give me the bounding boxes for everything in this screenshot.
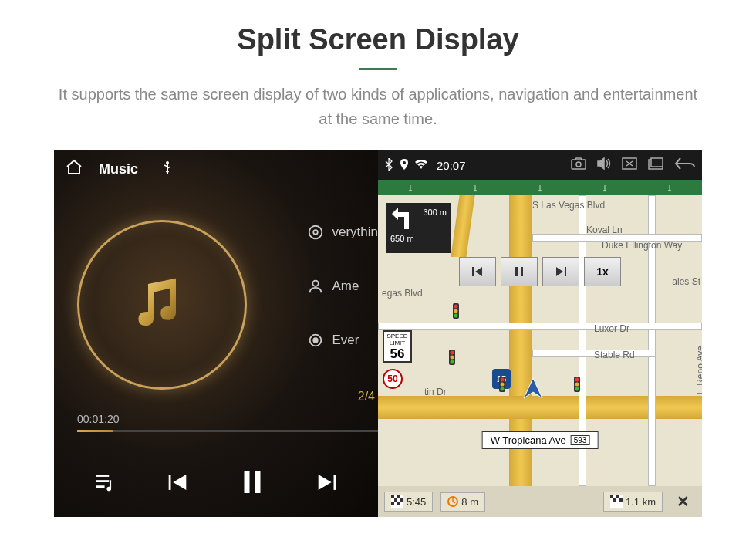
street-label: S Las Vegas Blvd	[532, 200, 605, 211]
svg-rect-15	[572, 160, 586, 169]
svg-rect-9	[96, 485, 104, 488]
usb-icon[interactable]	[161, 160, 174, 178]
svg-point-39	[575, 387, 579, 391]
svg-point-2	[309, 226, 322, 239]
pause-button[interactable]	[236, 466, 268, 502]
map-prev-button[interactable]	[459, 257, 496, 286]
distance-item[interactable]: 1.1 km	[603, 492, 663, 512]
map-speed-button[interactable]: 1x	[584, 257, 621, 286]
svg-rect-20	[472, 267, 474, 276]
music-note-icon	[127, 270, 197, 340]
track-title: verythin	[332, 225, 378, 240]
track-artist: Ame	[332, 279, 359, 294]
svg-rect-42	[397, 495, 400, 498]
svg-rect-49	[610, 495, 613, 498]
traffic-light-icon	[451, 303, 461, 322]
volume-icon[interactable]	[597, 157, 611, 173]
svg-rect-44	[400, 498, 403, 502]
music-top-bar: Music	[54, 150, 378, 188]
street-label: Duke Ellington Way	[602, 240, 682, 251]
disc-icon	[307, 224, 324, 241]
traffic-light-icon	[498, 377, 507, 395]
eta-item[interactable]: 5:45	[384, 492, 433, 512]
music-controls	[54, 466, 378, 502]
nav-bottom-bar: 5:45 8 m 1.1 km ✕	[378, 486, 702, 517]
page-title: Split Screen Display	[0, 0, 756, 56]
artist-icon	[307, 278, 324, 295]
music-header-label: Music	[99, 161, 138, 177]
progress-bar[interactable]	[77, 430, 378, 432]
clock-icon	[447, 496, 458, 507]
bluetooth-icon	[384, 158, 393, 173]
svg-point-34	[501, 383, 505, 387]
device-frame: Music verythin Ame	[54, 150, 702, 517]
svg-rect-7	[96, 475, 109, 477]
map-playback-controls: 1x	[459, 257, 621, 286]
svg-rect-19	[651, 158, 663, 167]
track-row[interactable]: Ever	[307, 332, 378, 349]
track-album: Ever	[332, 333, 359, 348]
svg-rect-51	[613, 498, 616, 502]
svg-point-35	[501, 387, 505, 391]
track-list: verythin Ame Ever	[307, 224, 378, 386]
svg-point-31	[451, 360, 454, 364]
svg-rect-46	[397, 502, 400, 505]
svg-point-6	[314, 338, 319, 343]
camera-icon[interactable]	[571, 157, 586, 173]
svg-rect-50	[616, 495, 619, 498]
time-remaining-item[interactable]: 8 m	[440, 492, 485, 512]
playlist-icon[interactable]	[93, 469, 119, 498]
close-tab-icon[interactable]	[622, 157, 637, 173]
track-counter: 2/4	[358, 390, 375, 404]
flag-icon	[610, 495, 623, 508]
split-screen-icon[interactable]	[648, 157, 663, 173]
time-elapsed: 00:01:20	[77, 413, 120, 425]
street-label: Stable Rd	[594, 350, 635, 360]
wifi-icon	[415, 160, 427, 171]
svg-point-33	[501, 378, 505, 382]
next-button[interactable]	[314, 469, 340, 498]
svg-rect-41	[391, 495, 394, 498]
back-icon[interactable]	[674, 157, 696, 174]
svg-rect-21	[515, 267, 518, 276]
nav-panel: 20:07 ↓↓↓↓↓ S L	[378, 150, 702, 517]
prev-button[interactable]	[164, 469, 191, 498]
close-nav-button[interactable]: ✕	[670, 492, 696, 511]
flag-icon	[391, 495, 403, 508]
svg-point-38	[575, 383, 579, 387]
street-label: E Reno Ave	[695, 346, 702, 394]
album-art	[77, 220, 247, 390]
svg-rect-43	[394, 498, 397, 502]
home-icon[interactable]	[65, 158, 83, 180]
turn-instruction: 300 m 650 m	[386, 203, 451, 253]
speed-limit-sign: SPEED LIMIT 56	[383, 330, 412, 363]
svg-rect-52	[619, 498, 623, 502]
svg-point-30	[451, 356, 454, 360]
highway-shield: 50	[383, 369, 403, 389]
music-panel: Music verythin Ame	[54, 150, 378, 517]
street-label: ales St	[672, 276, 700, 287]
svg-point-4	[313, 281, 319, 286]
map-pause-button[interactable]	[501, 257, 538, 286]
map-next-button[interactable]	[542, 257, 579, 286]
svg-point-26	[454, 309, 458, 313]
track-row[interactable]: verythin	[307, 224, 378, 241]
traffic-light-icon	[447, 350, 457, 368]
svg-point-14	[403, 161, 406, 164]
svg-rect-8	[96, 480, 109, 482]
svg-rect-22	[521, 267, 523, 276]
svg-point-37	[575, 378, 579, 382]
svg-point-3	[314, 230, 319, 235]
lane-guidance: ↓↓↓↓↓	[378, 180, 702, 195]
traffic-light-icon	[572, 377, 582, 395]
target-icon	[307, 332, 324, 349]
turn-left-icon	[390, 208, 413, 231]
track-row[interactable]: Ame	[307, 278, 378, 295]
street-label: egas Blvd	[382, 288, 423, 299]
svg-rect-23	[565, 267, 566, 276]
svg-rect-10	[168, 475, 170, 490]
status-bar: 20:07	[378, 150, 702, 180]
street-label: Luxor Dr	[594, 323, 629, 334]
map-area[interactable]: S Las Vegas Blvd Koval Ln Duke Ellington…	[378, 195, 702, 486]
svg-rect-12	[255, 471, 260, 493]
